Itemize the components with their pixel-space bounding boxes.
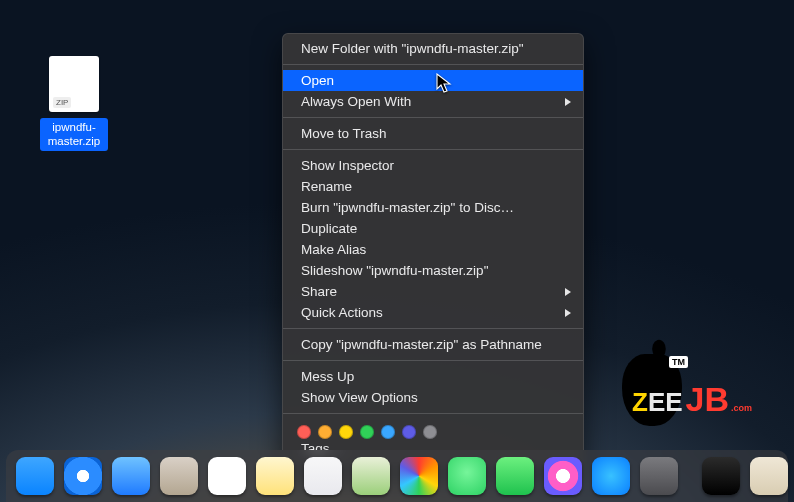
- watermark-logo: TM Z EE JB .com: [622, 342, 772, 438]
- calendar-app[interactable]: [208, 457, 246, 495]
- logo-z: Z: [632, 387, 648, 418]
- menu-copy-pathname[interactable]: Copy "ipwndfu-master.zip" as Pathname: [283, 334, 583, 355]
- tag-dot[interactable]: [318, 425, 332, 439]
- menu-show-view-options[interactable]: Show View Options: [283, 387, 583, 408]
- menu-burn[interactable]: Burn "ipwndfu-master.zip" to Disc…: [283, 197, 583, 218]
- tags-row: [283, 419, 583, 441]
- menu-mess-up[interactable]: Mess Up: [283, 366, 583, 387]
- terminal-app[interactable]: [702, 457, 740, 495]
- facetime-app[interactable]: [496, 457, 534, 495]
- menu-sep: [283, 149, 583, 150]
- menu-open[interactable]: Open: [283, 70, 583, 91]
- file-label: ipwndfu-master.zip: [40, 118, 108, 151]
- finder-app[interactable]: [16, 457, 54, 495]
- zip-icon: [49, 56, 99, 112]
- context-menu: New Folder with "ipwndfu-master.zip" Ope…: [282, 33, 584, 467]
- menu-move-to-trash[interactable]: Move to Trash: [283, 123, 583, 144]
- menu-new-folder[interactable]: New Folder with "ipwndfu-master.zip": [283, 38, 583, 59]
- logo-ee: EE: [648, 387, 683, 418]
- contacts-app[interactable]: [160, 457, 198, 495]
- menu-sep: [283, 413, 583, 414]
- tag-dot[interactable]: [423, 425, 437, 439]
- tag-dot[interactable]: [297, 425, 311, 439]
- reminders-app[interactable]: [304, 457, 342, 495]
- mail-app[interactable]: [112, 457, 150, 495]
- menu-make-alias[interactable]: Make Alias: [283, 239, 583, 260]
- menu-always-open-with[interactable]: Always Open With: [283, 91, 583, 112]
- menu-sep: [283, 117, 583, 118]
- tag-dot[interactable]: [381, 425, 395, 439]
- photos-app[interactable]: [400, 457, 438, 495]
- tag-dot[interactable]: [360, 425, 374, 439]
- itunes-app[interactable]: [544, 457, 582, 495]
- notes-app[interactable]: [256, 457, 294, 495]
- file-zip[interactable]: ipwndfu-master.zip: [40, 56, 108, 151]
- logo-com: .com: [731, 403, 752, 413]
- preferences-app[interactable]: [640, 457, 678, 495]
- tag-dot[interactable]: [402, 425, 416, 439]
- menu-show-inspector[interactable]: Show Inspector: [283, 155, 583, 176]
- menu-sep: [283, 360, 583, 361]
- dock: [6, 450, 788, 502]
- logo-jb: JB: [686, 380, 729, 419]
- trademark-badge: TM: [669, 356, 688, 368]
- menu-sep: [283, 64, 583, 65]
- tag-dot[interactable]: [339, 425, 353, 439]
- messages-app[interactable]: [448, 457, 486, 495]
- desktop[interactable]: ipwndfu-master.zip New Folder with "ipwn…: [0, 0, 794, 502]
- font-app[interactable]: [750, 457, 788, 495]
- maps-app[interactable]: [352, 457, 390, 495]
- safari-app[interactable]: [64, 457, 102, 495]
- menu-duplicate[interactable]: Duplicate: [283, 218, 583, 239]
- menu-slideshow[interactable]: Slideshow "ipwndfu-master.zip": [283, 260, 583, 281]
- menu-sep: [283, 328, 583, 329]
- menu-rename[interactable]: Rename: [283, 176, 583, 197]
- appstore-app[interactable]: [592, 457, 630, 495]
- menu-quick-actions[interactable]: Quick Actions: [283, 302, 583, 323]
- apple-silhouette-icon: TM Z EE JB .com: [622, 354, 682, 426]
- menu-share[interactable]: Share: [283, 281, 583, 302]
